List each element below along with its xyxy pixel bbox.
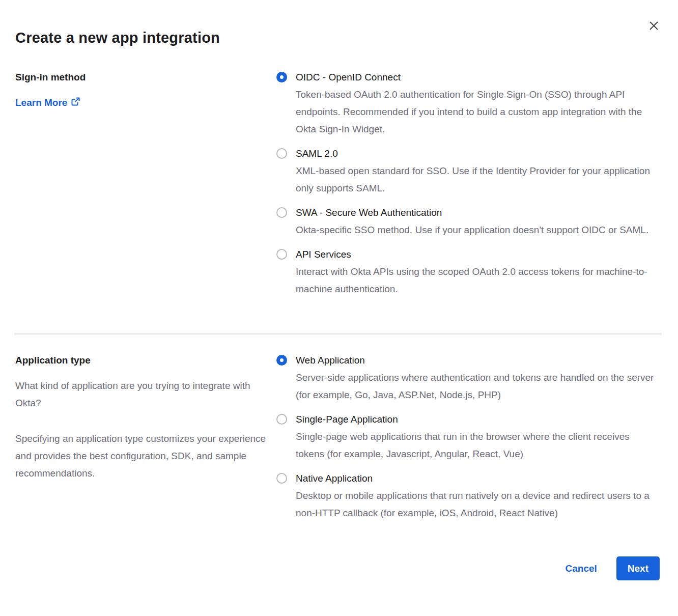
radio-option-text: Native ApplicationDesktop or mobile appl… (296, 470, 660, 522)
radio-option-description: Interact with Okta APIs using the scoped… (296, 263, 660, 298)
external-link-icon (71, 94, 80, 111)
radio-option-label: API Services (296, 246, 660, 263)
close-button[interactable] (646, 19, 661, 34)
application-type-options: Web ApplicationServer-side applications … (276, 352, 660, 529)
section-divider (14, 333, 662, 334)
radio-option-text: Single-Page ApplicationSingle-page web a… (296, 411, 660, 463)
radio-option-label: Single-Page Application (296, 411, 660, 428)
learn-more-label: Learn More (15, 94, 67, 111)
application-type-question: What kind of application are you trying … (15, 377, 270, 412)
radio-option-text: SAML 2.0XML-based open standard for SSO.… (296, 145, 660, 197)
radio-option-text: Web ApplicationServer-side applications … (296, 352, 660, 404)
radio-option-description: Server-side applications where authentic… (296, 369, 660, 404)
radio-option-single-page-application[interactable]: Single-Page ApplicationSingle-page web a… (276, 411, 660, 463)
application-type-heading: Application type (15, 352, 270, 369)
radio-option-native-application[interactable]: Native ApplicationDesktop or mobile appl… (276, 470, 660, 522)
dialog-title: Create a new app integration (15, 30, 660, 46)
radio-option-description: Token-based OAuth 2.0 authentication for… (296, 86, 660, 138)
radio-selected-icon[interactable] (276, 72, 287, 82)
radio-option-text: API ServicesInteract with Okta APIs usin… (296, 246, 660, 298)
radio-option-description: XML-based open standard for SSO. Use if … (296, 162, 660, 197)
next-button[interactable]: Next (616, 556, 660, 580)
radio-option-web-application[interactable]: Web ApplicationServer-side applications … (276, 352, 660, 404)
dialog-footer: Cancel Next (15, 556, 660, 580)
radio-unselected-icon[interactable] (276, 148, 287, 159)
radio-option-label: SWA - Secure Web Authentication (296, 204, 648, 221)
radio-option-description: Desktop or mobile applications that run … (296, 487, 660, 522)
radio-option-description: Single-page web applications that run in… (296, 428, 660, 463)
radio-unselected-icon[interactable] (276, 207, 287, 218)
radio-option-swa-secure-web-authentication[interactable]: SWA - Secure Web AuthenticationOkta-spec… (276, 204, 660, 239)
create-app-integration-dialog: Create a new app integration Sign-in met… (0, 0, 678, 616)
learn-more-link[interactable]: Learn More (15, 94, 80, 111)
radio-selected-icon[interactable] (276, 355, 287, 366)
radio-unselected-icon[interactable] (276, 473, 287, 484)
radio-option-text: SWA - Secure Web AuthenticationOkta-spec… (296, 204, 648, 239)
radio-option-description: Okta-specific SSO method. Use if your ap… (296, 221, 648, 239)
signin-method-heading: Sign-in method (15, 69, 270, 86)
cancel-button[interactable]: Cancel (566, 563, 597, 574)
application-type-explanation: Specifying an application type customize… (15, 430, 270, 482)
radio-unselected-icon[interactable] (276, 414, 287, 425)
signin-method-left-column: Sign-in method Learn More (15, 69, 276, 111)
radio-option-label: Native Application (296, 470, 660, 487)
radio-unselected-icon[interactable] (276, 249, 287, 260)
radio-option-text: OIDC - OpenID ConnectToken-based OAuth 2… (296, 69, 660, 138)
radio-option-label: SAML 2.0 (296, 145, 660, 162)
close-icon (649, 21, 659, 32)
radio-option-label: OIDC - OpenID Connect (296, 69, 660, 86)
radio-option-saml-2-0[interactable]: SAML 2.0XML-based open standard for SSO.… (276, 145, 660, 197)
signin-method-options: OIDC - OpenID ConnectToken-based OAuth 2… (276, 69, 660, 305)
radio-option-label: Web Application (296, 352, 660, 369)
signin-method-section: Sign-in method Learn More OIDC - OpenID … (15, 69, 660, 305)
application-type-section: Application type What kind of applicatio… (15, 352, 660, 529)
radio-option-oidc-openid-connect[interactable]: OIDC - OpenID ConnectToken-based OAuth 2… (276, 69, 660, 138)
application-type-left-column: Application type What kind of applicatio… (15, 352, 276, 482)
radio-option-api-services[interactable]: API ServicesInteract with Okta APIs usin… (276, 246, 660, 298)
